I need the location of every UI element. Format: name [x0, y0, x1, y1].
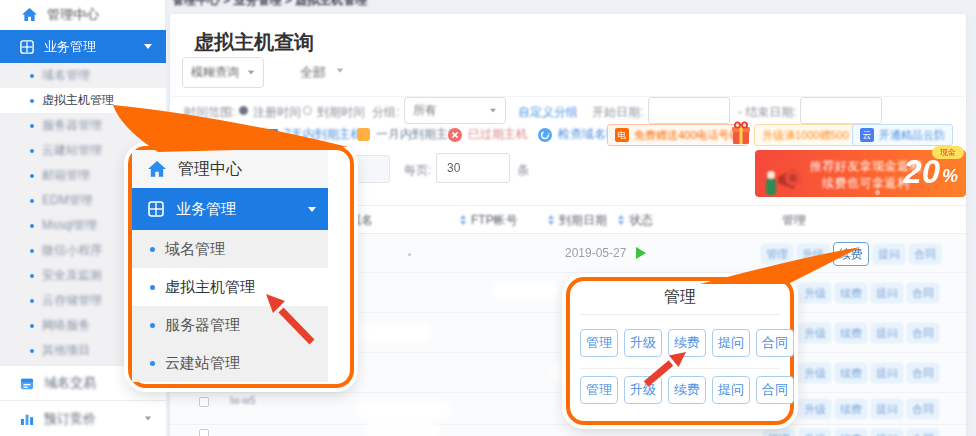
contract-button[interactable]: 合同: [907, 323, 939, 343]
radio-register-label: 注册时间: [253, 104, 301, 121]
ask-button[interactable]: 提问: [871, 363, 903, 383]
contract-button[interactable]: 合同: [756, 329, 794, 357]
search-mode-select[interactable]: 模糊查询: [182, 57, 264, 88]
renew-button[interactable]: 续费: [835, 429, 867, 436]
chevron-down-icon: [336, 68, 344, 73]
play-status-icon[interactable]: [636, 247, 646, 259]
megaphone-illustration: [760, 163, 804, 197]
callout-item-domain-mgmt[interactable]: 域名管理: [132, 230, 328, 268]
col-header-expire[interactable]: 到期日期: [548, 212, 607, 229]
start-date-label: 开始日期:: [592, 104, 643, 121]
callout-item-server-mgmt[interactable]: 服务器管理: [132, 306, 328, 344]
custom-group-link[interactable]: 自定义分组: [518, 104, 578, 121]
renew-button[interactable]: 续费: [835, 283, 867, 303]
sidebar-item-vhost-mgmt[interactable]: 虚拟主机管理: [0, 88, 166, 113]
col-header-ftp[interactable]: FTP帐号: [460, 212, 518, 229]
radio-register-time[interactable]: [239, 106, 248, 115]
legend-expire-7d[interactable]: 7天内到期主机: [265, 126, 363, 143]
orange-square-icon: [357, 128, 370, 141]
group-select[interactable]: 所有: [404, 97, 506, 124]
ask-button[interactable]: 提问: [871, 399, 903, 419]
sidebar-group-business[interactable]: 业务管理: [0, 30, 166, 63]
phone-icon: 电: [615, 128, 629, 142]
search-mode-value: 模糊查询: [191, 64, 239, 81]
bullet-icon: [30, 249, 34, 253]
upgrade-button[interactable]: 升级: [799, 283, 831, 303]
legend-icp-check[interactable]: 备案状态检查: [178, 126, 269, 143]
start-date-input[interactable]: [648, 97, 730, 124]
sidebar-item-bidding[interactable]: 预订竞价: [0, 400, 166, 436]
divider: [580, 314, 780, 315]
ask-button[interactable]: 提问: [871, 283, 903, 303]
ask-button[interactable]: 提问: [871, 323, 903, 343]
referral-banner[interactable]: 推荐好友拿现金返利 续费也可拿返利 20 % 现金: [755, 150, 966, 197]
legend-expire-1m[interactable]: 一月内到期主机: [357, 126, 460, 143]
callout-item-cloudsite-mgmt[interactable]: 云建站管理: [132, 344, 328, 382]
chevron-down-icon: [248, 71, 254, 75]
callout-item-vhost-mgmt[interactable]: 虚拟主机管理: [132, 268, 328, 306]
row-checkbox[interactable]: [199, 397, 209, 407]
renew-button[interactable]: 续费: [668, 329, 706, 357]
renew-button[interactable]: 续费: [833, 242, 869, 266]
upgrade-button[interactable]: 升级: [799, 429, 831, 436]
upgrade-button[interactable]: 升级: [624, 376, 662, 404]
banner-tag: 现金: [932, 146, 964, 159]
ask-button[interactable]: 提问: [871, 429, 903, 436]
manage-button[interactable]: 管理: [763, 429, 795, 436]
renew-button[interactable]: 续费: [835, 323, 867, 343]
bullet-icon: [30, 274, 34, 278]
chevron-down-icon: [308, 207, 316, 212]
sidebar-item-domain-mgmt[interactable]: 域名管理: [0, 63, 166, 88]
chevron-down-icon: [144, 44, 152, 49]
callout-menu-group[interactable]: 业务管理: [132, 188, 328, 230]
promo-cloud-badge[interactable]: 云 开通精品云防: [852, 124, 953, 146]
search-scope-select[interactable]: 全部: [300, 64, 326, 82]
end-date-input[interactable]: [800, 97, 882, 124]
ask-button[interactable]: 提问: [712, 376, 750, 404]
upgrade-button[interactable]: 升级: [799, 399, 831, 419]
home-icon: [22, 8, 37, 22]
bullet-icon: [30, 174, 34, 178]
sort-icon: [618, 215, 625, 225]
contract-button[interactable]: 合同: [909, 244, 941, 264]
upgrade-button[interactable]: 升级: [799, 323, 831, 343]
bullet-icon: [30, 224, 34, 228]
sidebar-item-home[interactable]: 管理中心: [0, 0, 166, 30]
contract-button[interactable]: 合同: [907, 399, 939, 419]
legend-expired[interactable]: 已过期主机: [448, 126, 528, 143]
per-page-input[interactable]: 30: [436, 153, 510, 183]
row-checkbox[interactable]: [199, 429, 209, 436]
banner-dot: [875, 190, 880, 195]
contract-button[interactable]: 合同: [907, 363, 939, 383]
redacted-cell: [360, 404, 448, 417]
upgrade-button[interactable]: 升级: [799, 363, 831, 383]
renew-button[interactable]: 续费: [835, 363, 867, 383]
renew-button[interactable]: 续费: [668, 376, 706, 404]
ask-button[interactable]: 提问: [873, 244, 905, 264]
upgrade-button[interactable]: 升级: [624, 329, 662, 357]
callout-menu-home[interactable]: 管理中心: [132, 150, 328, 188]
col-header-manage: 管理: [782, 212, 806, 229]
cloud-icon: 云: [860, 128, 874, 142]
bullet-icon: [30, 149, 34, 153]
col-header-status[interactable]: 状态: [618, 212, 653, 229]
callout-menu-home-label: 管理中心: [178, 159, 242, 180]
upgrade-button[interactable]: 升级: [797, 244, 829, 264]
manage-button[interactable]: 管理: [580, 329, 618, 357]
renew-button[interactable]: 续费: [835, 399, 867, 419]
bar-chart-icon: [20, 412, 34, 425]
callout-actions-title: 管理: [570, 287, 790, 308]
contract-button[interactable]: 合同: [907, 283, 939, 303]
chevron-down-icon: [490, 109, 496, 113]
bullet-icon: [30, 199, 34, 203]
contract-button[interactable]: 合同: [907, 429, 939, 436]
contract-button[interactable]: 合同: [756, 376, 794, 404]
ask-button[interactable]: 提问: [712, 329, 750, 357]
manage-button[interactable]: 管理: [761, 244, 793, 264]
radio-expire-time[interactable]: [303, 106, 312, 115]
promo-400-phone-badge[interactable]: 电 免费赠送400电话号码: [607, 124, 748, 146]
manage-button[interactable]: 管理: [580, 376, 618, 404]
promo-upgrade-badge[interactable]: 升级满1000赠500: [754, 124, 857, 146]
gift-icon[interactable]: [731, 121, 751, 146]
sidebar-item-server-mgmt[interactable]: 服务器管理: [0, 113, 166, 138]
